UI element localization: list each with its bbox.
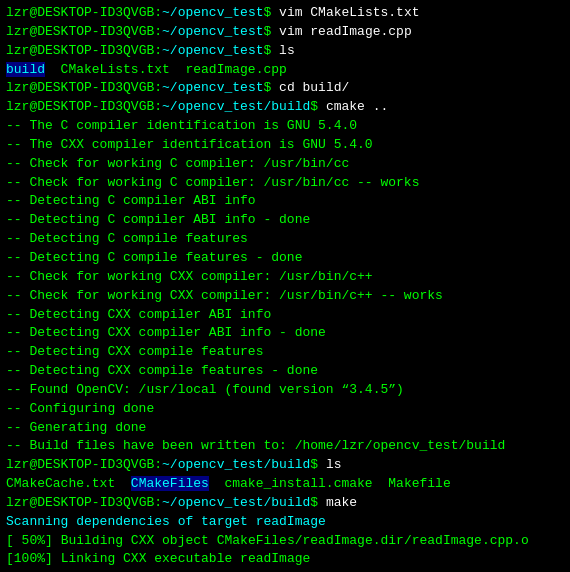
- terminal-output-line: -- Detecting CXX compile features - done: [6, 362, 564, 381]
- terminal-output-line: -- Check for working CXX compiler: /usr/…: [6, 268, 564, 287]
- terminal-output-line: -- Check for working C compiler: /usr/bi…: [6, 174, 564, 193]
- terminal-output-line: -- Detecting CXX compiler ABI info - don…: [6, 324, 564, 343]
- terminal-output-line: -- Detecting CXX compile features: [6, 343, 564, 362]
- terminal-output-line: -- Found OpenCV: /usr/local (found versi…: [6, 381, 564, 400]
- terminal-prompt-line: lzr@DESKTOP-ID3QVGB:~/opencv_test$ ls: [6, 42, 564, 61]
- terminal-output-line: -- The CXX compiler identification is GN…: [6, 136, 564, 155]
- terminal-percent-line: [ 50%] Building CXX object CMakeFiles/re…: [6, 532, 564, 551]
- terminal-output-line: -- Check for working CXX compiler: /usr/…: [6, 287, 564, 306]
- terminal: lzr@DESKTOP-ID3QVGB:~/opencv_test$ vim C…: [0, 0, 570, 572]
- terminal-output-line: -- The C compiler identification is GNU …: [6, 117, 564, 136]
- terminal-ls-line: CMakeCache.txt CMakeFiles cmake_install.…: [6, 475, 564, 494]
- terminal-percent-line: [100%] Linking CXX executable readImage: [6, 550, 564, 569]
- terminal-output-line: -- Check for working C compiler: /usr/bi…: [6, 155, 564, 174]
- terminal-prompt-line: lzr@DESKTOP-ID3QVGB:~/opencv_test$ cd bu…: [6, 79, 564, 98]
- terminal-output-line: -- Detecting CXX compiler ABI info: [6, 306, 564, 325]
- terminal-output-line: -- Detecting C compiler ABI info: [6, 192, 564, 211]
- terminal-prompt-line: lzr@DESKTOP-ID3QVGB:~/opencv_test$ vim r…: [6, 23, 564, 42]
- terminal-output-line: -- Generating done: [6, 419, 564, 438]
- terminal-prompt-line: lzr@DESKTOP-ID3QVGB:~/opencv_test/build$…: [6, 98, 564, 117]
- terminal-scan-line: Scanning dependencies of target readImag…: [6, 513, 564, 532]
- terminal-prompt-line: lzr@DESKTOP-ID3QVGB:~/opencv_test$ vim C…: [6, 4, 564, 23]
- terminal-ls-line: build CMakeLists.txt readImage.cpp: [6, 61, 564, 80]
- terminal-output-line: -- Detecting C compile features - done: [6, 249, 564, 268]
- terminal-output-line: -- Detecting C compile features: [6, 230, 564, 249]
- terminal-prompt-line: lzr@DESKTOP-ID3QVGB:~/opencv_test/build$…: [6, 456, 564, 475]
- terminal-prompt-line: lzr@DESKTOP-ID3QVGB:~/opencv_test/build$…: [6, 494, 564, 513]
- terminal-output-line: -- Configuring done: [6, 400, 564, 419]
- terminal-output-line: -- Detecting C compiler ABI info - done: [6, 211, 564, 230]
- terminal-output-line: -- Build files have been written to: /ho…: [6, 437, 564, 456]
